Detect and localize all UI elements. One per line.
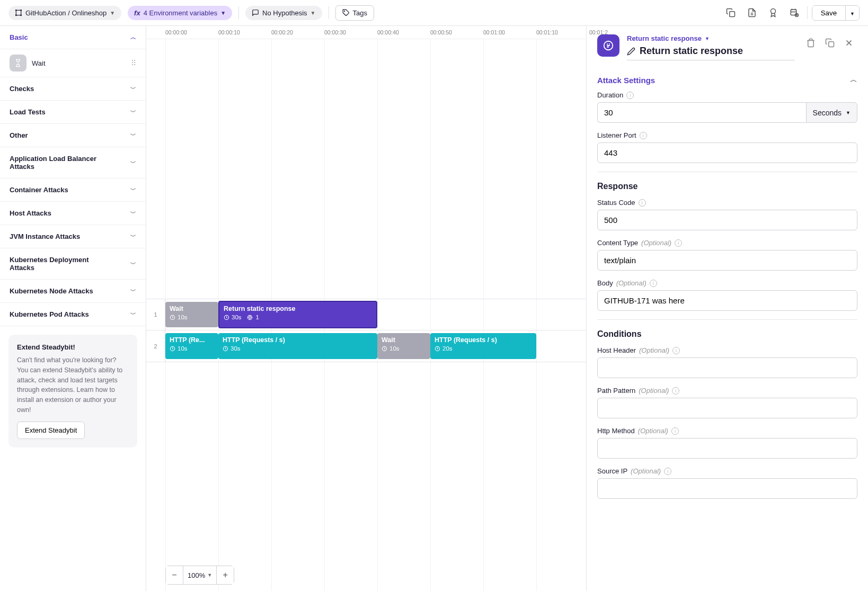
timeline-block-wait-2[interactable]: Wait 10s [377, 333, 430, 359]
sidebar-section-loadtests[interactable]: Load Tests ﹀ [0, 101, 146, 124]
document-icon-button[interactable] [743, 4, 760, 21]
extend-button[interactable]: Extend Steadybit [17, 422, 85, 439]
edit-icon[interactable] [627, 47, 635, 56]
calendar-plus-icon [790, 8, 799, 17]
zoom-value: 100% [188, 571, 205, 579]
lane-number: 1 [146, 299, 165, 330]
close-panel-button[interactable] [840, 34, 857, 51]
schedule-icon-button[interactable] [786, 4, 803, 21]
section-label: Kubernetes Pod Attacks [10, 310, 89, 318]
body-label: Body [597, 279, 613, 287]
section-label: Container Attacks [10, 186, 68, 194]
source-ip-label: Source IP [597, 467, 627, 475]
info-icon[interactable]: i [650, 280, 657, 287]
body-input[interactable] [597, 290, 857, 311]
tag-icon [342, 9, 350, 16]
block-duration: 10s [389, 345, 400, 352]
timeline-block-wait[interactable]: Wait 10s [165, 302, 218, 327]
time-tick: 00:00:40 [377, 29, 430, 35]
clock-icon [224, 315, 229, 320]
status-code-input[interactable] [597, 210, 857, 230]
tags-button[interactable]: Tags [335, 5, 374, 21]
content-type-input[interactable] [597, 250, 857, 271]
env-vars-pill[interactable]: fx 4 Environment variables ▼ [128, 6, 232, 20]
chevron-down-icon: ▼ [207, 572, 212, 578]
http-method-input[interactable] [597, 438, 857, 459]
toolbar-divider [807, 6, 808, 19]
info-icon[interactable]: i [664, 468, 671, 475]
hypothesis-label: No Hypothesis [262, 9, 307, 17]
sidebar-section-k8s-deploy[interactable]: Kubernetes Deployment Attacks ﹀ [0, 248, 146, 280]
sidebar-section-basic[interactable]: Basic ︿ [0, 26, 146, 49]
sidebar-section-k8s-node[interactable]: Kubernetes Node Attacks ﹀ [0, 280, 146, 303]
chevron-down-icon: ﹀ [130, 209, 136, 217]
svg-point-7 [770, 9, 775, 14]
info-icon[interactable]: i [675, 239, 682, 247]
delete-button[interactable] [802, 34, 819, 51]
save-button[interactable]: Save [812, 6, 845, 20]
svg-point-1 [15, 10, 16, 11]
section-label: Checks [10, 85, 34, 93]
comment-icon [252, 9, 259, 16]
attack-settings-header[interactable]: Attack Settings ︿ [597, 69, 857, 91]
zoom-out-button[interactable]: − [166, 566, 183, 584]
duration-unit-select[interactable]: Seconds ▼ [806, 102, 857, 123]
duration-label: Duration [597, 91, 623, 99]
chevron-down-icon: ﹀ [130, 310, 136, 318]
badge-icon [768, 8, 778, 17]
panel-title: Return static response [640, 46, 743, 57]
clock-icon [382, 346, 387, 352]
info-icon[interactable]: i [639, 199, 646, 207]
host-header-input[interactable] [597, 357, 857, 378]
timeline-block-return-static[interactable]: Return static response 30s 1 [218, 301, 377, 328]
time-tick: 00:00:00 [165, 29, 218, 35]
badge-icon-button[interactable] [765, 4, 782, 21]
sidebar-section-container[interactable]: Container Attacks ﹀ [0, 178, 146, 202]
copy-icon [726, 8, 736, 17]
svg-rect-0 [16, 10, 21, 15]
info-icon[interactable]: i [626, 92, 634, 99]
copy-icon-button[interactable] [722, 4, 739, 21]
chevron-up-icon: ︿ [850, 75, 857, 85]
info-icon[interactable]: i [672, 347, 680, 354]
extend-card: Extend Steadybit! Can't find what you're… [8, 335, 137, 447]
sidebar-item-wait[interactable]: Wait ⠿ [0, 49, 146, 77]
optional-label: (Optional) [639, 346, 669, 354]
panel-breadcrumb[interactable]: Return static response ▼ [627, 34, 795, 42]
timeline-block-http-3[interactable]: HTTP (Requests / s) 20s [430, 333, 536, 359]
optional-label: (Optional) [639, 387, 669, 395]
source-ip-input[interactable] [597, 478, 857, 499]
block-title: Return static response [224, 305, 372, 312]
sidebar-section-alb[interactable]: Application Load Balancer Attacks ﹀ [0, 147, 146, 178]
timeline-body[interactable]: 1 Wait 10s Return static response 30s [146, 39, 586, 591]
breadcrumb-icon [15, 9, 22, 16]
optional-label: (Optional) [616, 279, 646, 287]
sidebar-section-jvm[interactable]: JVM Instance Attacks ﹀ [0, 225, 146, 248]
section-label: Kubernetes Node Attacks [10, 287, 93, 295]
zoom-in-button[interactable]: + [217, 566, 234, 584]
timeline-block-http-1[interactable]: HTTP (Re... 10s [165, 333, 218, 359]
info-icon[interactable]: i [640, 132, 647, 139]
sidebar-section-k8s-pod[interactable]: Kubernetes Pod Attacks ﹀ [0, 303, 146, 326]
drag-handle-icon[interactable]: ⠿ [131, 59, 136, 67]
sidebar-section-checks[interactable]: Checks ﹀ [0, 77, 146, 101]
path-pattern-input[interactable] [597, 398, 857, 418]
timeline-block-http-2[interactable]: HTTP (Requests / s) 30s [218, 333, 377, 359]
function-icon: fx [134, 9, 140, 17]
chevron-down-icon: ▼ [705, 36, 710, 41]
breadcrumb-label: GitHubAction / Onlineshop [25, 9, 107, 17]
port-input[interactable] [597, 142, 857, 163]
zoom-value-dropdown[interactable]: 100% ▼ [183, 566, 217, 584]
info-icon[interactable]: i [672, 387, 679, 395]
sidebar-section-host[interactable]: Host Attacks ﹀ [0, 202, 146, 225]
duplicate-button[interactable] [821, 34, 838, 51]
breadcrumb-pill[interactable]: GitHubAction / Onlineshop ▼ [8, 6, 121, 20]
chevron-down-icon: ﹀ [130, 159, 136, 167]
duration-input[interactable] [597, 102, 806, 123]
chevron-down-icon: ﹀ [130, 85, 136, 93]
info-icon[interactable]: i [671, 427, 679, 435]
copy-icon [825, 38, 835, 48]
hypothesis-pill[interactable]: No Hypothesis ▼ [245, 6, 322, 20]
sidebar-section-other[interactable]: Other ﹀ [0, 124, 146, 147]
save-dropdown-button[interactable]: ▼ [845, 6, 859, 20]
